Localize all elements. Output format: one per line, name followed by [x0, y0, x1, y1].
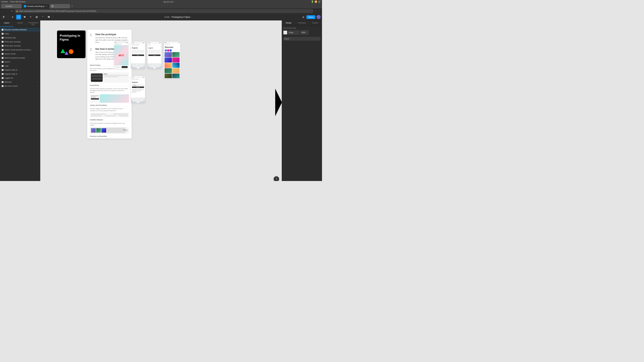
key-s-2[interactable]: s	[149, 65, 150, 66]
figma-logo-btn[interactable]	[1, 15, 6, 19]
tab-inspect[interactable]: Inspect	[308, 20, 322, 25]
key-y[interactable]: y	[138, 64, 139, 65]
key-g-2[interactable]: g	[154, 65, 155, 66]
layer-item-search-keyboard[interactable]: ⬜ Search keyboard (overlay)	[0, 56, 40, 60]
breadcrumb-current[interactable]: Prototyping in Figma	[172, 16, 190, 18]
address-bar[interactable]: 🔒 https://www.figma.com/file/53k1kEZG0Ph…	[14, 9, 314, 13]
tab-close-btn[interactable]: ×	[46, 5, 48, 7]
key-l[interactable]: l	[144, 65, 145, 66]
key-n-2[interactable]: n	[157, 66, 158, 67]
user-avatar[interactable]	[317, 15, 321, 19]
register-submit-btn-1[interactable]: NEXT	[132, 54, 144, 56]
key-c[interactable]: c	[136, 66, 137, 67]
key-a[interactable]: a	[131, 65, 133, 66]
key-f-2[interactable]: f	[152, 65, 154, 66]
register-name-field[interactable]: Full name	[132, 84, 144, 86]
layer-item-search-results-scroll[interactable]: ⬜ Search results (preserve scroll po...	[0, 48, 40, 52]
tab-layers[interactable]: Layers	[0, 20, 14, 27]
key-j-3[interactable]: j	[140, 99, 142, 100]
key-o[interactable]: o	[142, 64, 144, 65]
key-e[interactable]: e	[134, 64, 135, 65]
layer-item-search-results[interactable]: ⬜ Search results	[0, 52, 40, 56]
login-password-field[interactable]	[148, 52, 160, 53]
key-r-3[interactable]: r	[135, 98, 136, 99]
key-y-2[interactable]: y	[155, 64, 156, 65]
photo-action-btn-2[interactable]	[122, 66, 128, 68]
key-m-3[interactable]: m	[142, 100, 143, 102]
hand-tool[interactable]	[40, 15, 45, 19]
key-k-2[interactable]: k	[158, 65, 160, 66]
layer-item-login[interactable]: ⬜ Login	[0, 64, 40, 68]
key-w[interactable]: w	[133, 64, 134, 65]
browser-tab-activities[interactable]: Activities	[1, 4, 22, 8]
browser-tab-extra[interactable]	[50, 4, 70, 8]
key-u[interactable]: u	[140, 64, 141, 65]
key-b[interactable]: b	[139, 66, 140, 67]
back-btn[interactable]: ‹	[1, 9, 5, 13]
present-btn[interactable]: ▶	[302, 15, 305, 19]
tab-assets[interactable]: Assets	[14, 20, 27, 27]
key-x-3[interactable]: x	[134, 100, 136, 102]
key-k-3[interactable]: k	[142, 99, 143, 100]
key-i[interactable]: i	[141, 64, 142, 65]
help-bubble[interactable]: ?	[274, 176, 279, 181]
canvas[interactable]: Prototyping in Figma 1 View the prototyp…	[40, 20, 282, 181]
layer-item-logged-out[interactable]: ⬜ Logged out	[0, 76, 40, 80]
key-t-2[interactable]: t	[153, 64, 154, 65]
layer-item-search[interactable]: ⬜ Search	[0, 60, 40, 64]
register-step2-frame-1[interactable]: 9:41 ●● Register (step 2) Register NEXT	[131, 41, 145, 69]
key-s-3[interactable]: s	[133, 99, 134, 100]
key-g-3[interactable]: g	[137, 99, 139, 100]
browser-tab-figma[interactable]: moovpad_physiology.gi... ×	[22, 4, 49, 8]
register-signup-btn[interactable]: SIGN UP	[132, 86, 144, 88]
layer-item-register2[interactable]: ⬜ Register (step 2)	[0, 68, 40, 72]
key-o-2[interactable]: o	[159, 64, 160, 65]
key-q-3[interactable]: q	[131, 98, 132, 99]
pen-tool[interactable]	[22, 15, 27, 19]
shapes-tool[interactable]	[34, 15, 39, 19]
register-password-field-1[interactable]	[132, 52, 144, 53]
photo-frame[interactable]: 9:41 ●●● Connect set 📷 photo	[114, 41, 128, 69]
firefox-label[interactable]: Firefox Web Browser	[10, 1, 26, 3]
layer-add-icon[interactable]: +	[38, 81, 39, 83]
background-width-input[interactable]	[288, 30, 300, 35]
key-v-2[interactable]: v	[154, 66, 155, 67]
layer-item-photo-overlay[interactable]: ⬜ Photo open (overlay)	[0, 40, 40, 44]
bookmark-btn[interactable]: ☆	[314, 9, 317, 12]
register-email-field-1[interactable]	[132, 50, 144, 51]
key-o-3[interactable]: o	[142, 98, 144, 99]
layer-item-chats[interactable]: ⬜ Chats	[0, 32, 40, 36]
background-height-input[interactable]	[300, 30, 309, 35]
key-space[interactable]	[137, 67, 139, 68]
key-v-3[interactable]: v	[137, 100, 139, 102]
key-z-3[interactable]: z	[133, 100, 134, 102]
key-n[interactable]: n	[140, 66, 142, 67]
new-tab-btn[interactable]: +	[71, 5, 73, 8]
key-i-3[interactable]: i	[141, 98, 142, 99]
frame-tool[interactable]	[16, 15, 21, 19]
breadcrumb-parent[interactable]: Drafts	[164, 16, 170, 18]
key-p-2[interactable]: p	[160, 64, 161, 65]
login-submit-btn[interactable]: LOG IN	[148, 54, 160, 56]
layer-item-see-how-it-works[interactable]: ⬜ See how it works +	[0, 84, 40, 88]
key-k[interactable]: k	[142, 65, 143, 66]
key-y-3[interactable]: y	[138, 98, 139, 99]
key-b-2[interactable]: b	[155, 66, 157, 67]
key-u-3[interactable]: u	[140, 98, 141, 99]
layer-item-welcome[interactable]: ⬜ Welcome +	[0, 80, 40, 84]
key-v[interactable]: v	[137, 66, 139, 67]
key-s[interactable]: s	[133, 65, 134, 66]
key-w-3[interactable]: w	[133, 98, 134, 99]
key-h[interactable]: h	[139, 65, 140, 66]
key-p[interactable]: p	[144, 64, 145, 65]
key-c-3[interactable]: c	[136, 100, 137, 102]
key-q-2[interactable]: q	[148, 64, 149, 65]
key-b-3[interactable]: b	[139, 100, 140, 102]
layer-item-photo-overlay2[interactable]: ⬜ Photo open (overlay)	[0, 44, 40, 48]
forward-btn[interactable]: ›	[6, 9, 9, 13]
key-m-2[interactable]: m	[158, 66, 160, 67]
key-l-2[interactable]: l	[160, 65, 161, 66]
key-z[interactable]: z	[133, 66, 134, 67]
key-x[interactable]: x	[134, 66, 136, 67]
login-key-space[interactable]	[153, 67, 156, 68]
